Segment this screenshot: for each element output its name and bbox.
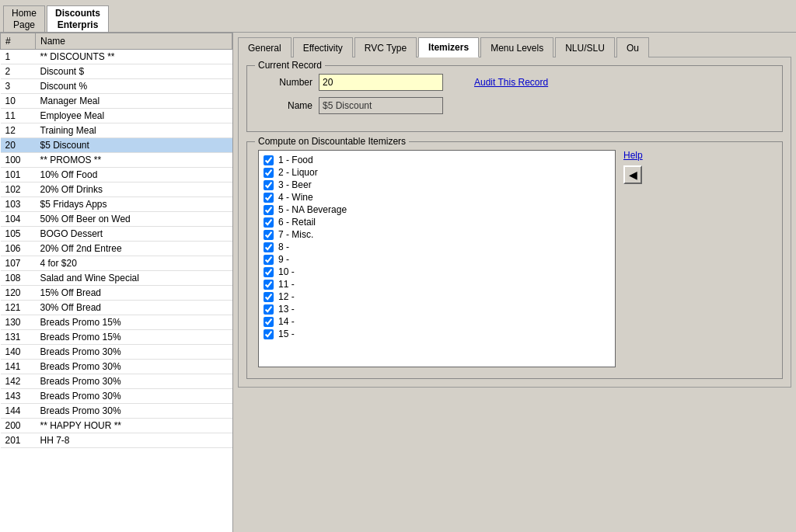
list-item-num: 140	[1, 345, 36, 360]
col-header-num: #	[1, 33, 36, 50]
list-item-name: Breads Promo 30%	[36, 404, 232, 419]
tab-itemizers[interactable]: Itemizers	[418, 37, 479, 57]
itemizer-checkbox-item[interactable]: 15 -	[262, 328, 612, 340]
list-item-num: 20	[1, 138, 36, 153]
list-item[interactable]: 142 Breads Promo 30%	[1, 374, 232, 389]
list-item[interactable]: 131 Breads Promo 15%	[1, 330, 232, 345]
list-item-num: 200	[1, 419, 36, 433]
itemizer-checkbox-item[interactable]: 8 -	[262, 241, 612, 253]
list-item[interactable]: 144 Breads Promo 30%	[1, 404, 232, 419]
itemizer-checkbox-item[interactable]: 3 - Beer	[262, 179, 612, 191]
list-item[interactable]: 20 $5 Discount	[1, 138, 232, 153]
tab-output[interactable]: Ou	[616, 37, 649, 57]
itemizer-checkbox-item[interactable]: 5 - NA Beverage	[262, 203, 612, 216]
nav-tab-discounts[interactable]: DiscountsEnterpris	[47, 5, 109, 32]
number-row: Number Audit This Record	[258, 74, 771, 91]
itemizer-label-15: 15 -	[278, 329, 295, 339]
itemizer-checkbox-9[interactable]	[264, 255, 274, 265]
itemizer-label-10: 10 -	[278, 266, 295, 277]
list-item[interactable]: 106 20% Off 2nd Entree	[1, 242, 232, 256]
list-item-num: 130	[1, 315, 36, 330]
itemizer-checkbox-8[interactable]	[264, 242, 274, 252]
itemizer-checkbox-7[interactable]	[264, 230, 274, 240]
list-item[interactable]: 200 ** HAPPY HOUR **	[1, 419, 232, 433]
list-item[interactable]: 11 Employee Meal	[1, 109, 232, 123]
list-item[interactable]: 104 50% Off Beer on Wed	[1, 212, 232, 227]
itemizer-checkbox-item[interactable]: 14 -	[262, 315, 612, 328]
itemizer-checkbox-3[interactable]	[264, 180, 274, 190]
itemizer-checkbox-item[interactable]: 10 -	[262, 266, 612, 278]
arrow-left-btn[interactable]: ◀	[623, 165, 642, 184]
tab-effectivity[interactable]: Effectivity	[293, 37, 353, 57]
list-item-name: 50% Off Beer on Wed	[36, 212, 232, 227]
list-item-name: 20% Off Drinks	[36, 183, 232, 197]
itemizer-checkbox-2[interactable]	[264, 168, 274, 178]
list-item-name: 15% Off Bread	[36, 286, 232, 301]
list-item-name: 10% Off Food	[36, 168, 232, 183]
number-label: Number	[258, 77, 312, 88]
itemizer-checkbox-item[interactable]: 4 - Wine	[262, 191, 612, 203]
left-panel: # Name 1 ** DISCOUNTS ** 2 Discount $ 3 …	[0, 33, 233, 532]
list-item[interactable]: 121 30% Off Bread	[1, 301, 232, 315]
name-label: Name	[258, 100, 312, 111]
list-item[interactable]: 108 Salad and Wine Special	[1, 271, 232, 286]
list-item-name: 4 for $20	[36, 256, 232, 271]
list-item[interactable]: 103 $5 Fridays Apps	[1, 197, 232, 212]
itemizer-checkbox-item[interactable]: 12 -	[262, 290, 612, 303]
itemizer-checkbox-item[interactable]: 7 - Misc.	[262, 228, 612, 241]
list-item[interactable]: 101 10% Off Food	[1, 168, 232, 183]
list-item-name: HH 7-8	[36, 433, 232, 448]
tab-menu-levels[interactable]: Menu Levels	[480, 37, 553, 57]
itemizer-checkbox-1[interactable]	[264, 155, 274, 165]
list-item[interactable]: 105 BOGO Dessert	[1, 227, 232, 242]
list-item[interactable]: 140 Breads Promo 30%	[1, 345, 232, 360]
audit-this-record-link[interactable]: Audit This Record	[474, 77, 548, 88]
itemizer-checkbox-10[interactable]	[264, 267, 274, 277]
itemizer-checkbox-14[interactable]	[264, 317, 274, 327]
list-item[interactable]: 2 Discount $	[1, 64, 232, 79]
list-item[interactable]: 107 4 for $20	[1, 256, 232, 271]
itemizer-label-11: 11 -	[278, 279, 295, 290]
list-item-num: 100	[1, 153, 36, 168]
itemizer-checkbox-item[interactable]: 1 - Food	[262, 154, 612, 166]
list-item[interactable]: 102 20% Off Drinks	[1, 183, 232, 197]
list-item[interactable]: 143 Breads Promo 30%	[1, 389, 232, 404]
list-item[interactable]: 201 HH 7-8	[1, 433, 232, 448]
list-item[interactable]: 100 ** PROMOS **	[1, 153, 232, 168]
itemizer-label-7: 7 - Misc.	[278, 229, 313, 240]
itemizer-checkbox-item[interactable]: 11 -	[262, 278, 612, 290]
nav-tab-discounts-label: DiscountsEnterpris	[55, 8, 100, 30]
list-item[interactable]: 141 Breads Promo 30%	[1, 360, 232, 374]
itemizer-checkbox-12[interactable]	[264, 292, 274, 302]
name-input[interactable]	[319, 97, 443, 114]
name-row: Name	[258, 97, 771, 114]
itemizer-checkbox-6[interactable]	[264, 217, 274, 228]
list-item-name: BOGO Dessert	[36, 227, 232, 242]
itemizer-checkbox-item[interactable]: 9 -	[262, 253, 612, 266]
tab-rvc-type[interactable]: RVC Type	[354, 37, 417, 57]
tab-general[interactable]: General	[238, 37, 292, 57]
nav-tab-home[interactable]: HomePage	[3, 5, 45, 32]
number-input[interactable]	[319, 74, 443, 91]
list-item[interactable]: 3 Discount %	[1, 79, 232, 94]
list-item[interactable]: 12 Training Meal	[1, 123, 232, 138]
list-item[interactable]: 130 Breads Promo 15%	[1, 315, 232, 330]
list-item-num: 108	[1, 271, 36, 286]
current-record-group: Current Record Number Audit This Record …	[246, 65, 783, 132]
itemizer-checkbox-13[interactable]	[264, 304, 274, 315]
list-item[interactable]: 120 15% Off Bread	[1, 286, 232, 301]
itemizer-label-4: 4 - Wine	[278, 192, 313, 203]
itemizer-checkbox-11[interactable]	[264, 280, 274, 290]
list-item-name: $5 Discount	[36, 138, 232, 153]
tab-nlu-slu[interactable]: NLU/SLU	[555, 37, 615, 57]
itemizer-checkbox-4[interactable]	[264, 193, 274, 203]
itemizer-checkbox-item[interactable]: 13 -	[262, 303, 612, 315]
itemizer-checkbox-item[interactable]: 6 - Retail	[262, 216, 612, 228]
list-item[interactable]: 1 ** DISCOUNTS **	[1, 50, 232, 64]
itemizer-checkbox-15[interactable]	[264, 329, 274, 339]
list-item[interactable]: 10 Manager Meal	[1, 94, 232, 109]
list-item-name: ** PROMOS **	[36, 153, 232, 168]
itemizer-checkbox-item[interactable]: 2 - Liquor	[262, 166, 612, 179]
help-link[interactable]: Help	[623, 150, 643, 161]
itemizer-checkbox-5[interactable]	[264, 205, 274, 215]
